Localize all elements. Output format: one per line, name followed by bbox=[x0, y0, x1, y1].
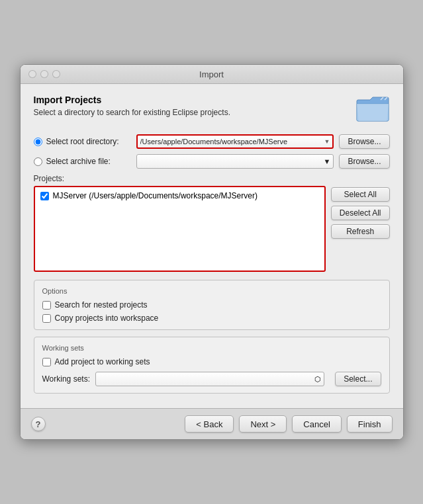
footer: ? < Back Next > Cancel Finish bbox=[21, 408, 403, 439]
projects-label: Projects: bbox=[34, 174, 390, 183]
projects-list[interactable]: MJServer (/Users/apple/Documents/workspa… bbox=[34, 186, 326, 272]
deselect-all-button[interactable]: Deselect All bbox=[331, 206, 390, 220]
project-checkbox[interactable] bbox=[40, 192, 49, 200]
window-title: Import bbox=[199, 69, 224, 79]
archive-arrow: ▼ bbox=[324, 157, 331, 165]
root-dir-row: Select root directory: /Users/apple/Docu… bbox=[34, 134, 390, 149]
add-working-sets-label: Add project to working sets bbox=[55, 357, 150, 366]
root-dir-radio-label[interactable]: Select root directory: bbox=[34, 137, 136, 146]
add-working-sets-checkbox[interactable] bbox=[42, 358, 51, 366]
archive-dropdown[interactable]: ▼ bbox=[136, 154, 334, 169]
maximize-button[interactable] bbox=[52, 70, 60, 78]
root-dir-radio[interactable] bbox=[34, 138, 42, 146]
archive-radio[interactable] bbox=[34, 157, 42, 166]
cancel-button[interactable]: Cancel bbox=[292, 415, 341, 433]
titlebar: Import bbox=[21, 65, 403, 84]
browse-root-button[interactable]: Browse... bbox=[339, 134, 389, 149]
projects-buttons: Select All Deselect All Refresh bbox=[331, 186, 390, 272]
working-sets-select-button[interactable]: Select... bbox=[335, 372, 381, 386]
nested-projects-row: Search for nested projects bbox=[42, 300, 381, 310]
copy-projects-checkbox[interactable] bbox=[42, 314, 51, 323]
browse-archive-button[interactable]: Browse... bbox=[339, 154, 389, 169]
root-dir-value: /Users/apple/Documents/workspace/MJServe bbox=[140, 138, 288, 146]
dropdown-arrow: ▼ bbox=[324, 138, 330, 145]
minimize-button[interactable] bbox=[40, 70, 48, 78]
working-sets-arrow: ⬡ bbox=[314, 375, 321, 384]
footer-left: ? bbox=[31, 417, 46, 431]
refresh-button[interactable]: Refresh bbox=[331, 224, 390, 239]
projects-section: MJServer (/Users/apple/Documents/workspa… bbox=[34, 186, 390, 272]
project-label: MJServer (/Users/apple/Documents/workspa… bbox=[53, 191, 258, 200]
help-button[interactable]: ? bbox=[31, 417, 46, 431]
header-section: Import Projects Select a directory to se… bbox=[34, 95, 390, 124]
import-dialog: Import Import Projects Select a director… bbox=[20, 64, 404, 440]
add-to-working-sets-row: Add project to working sets bbox=[42, 357, 381, 366]
nested-projects-label: Search for nested projects bbox=[55, 300, 148, 310]
working-sets-input-row: Working sets: ⬡ Select... bbox=[42, 372, 381, 386]
working-sets-field-label: Working sets: bbox=[42, 374, 90, 384]
traffic-lights bbox=[28, 70, 60, 78]
options-section: Options Search for nested projects Copy … bbox=[34, 280, 390, 330]
nested-projects-checkbox[interactable] bbox=[42, 301, 51, 310]
archive-radio-label[interactable]: Select archive file: bbox=[34, 157, 136, 166]
working-sets-dropdown[interactable]: ⬡ bbox=[95, 372, 324, 386]
project-item: MJServer (/Users/apple/Documents/workspa… bbox=[38, 190, 322, 202]
copy-projects-label: Copy projects into workspace bbox=[55, 314, 159, 323]
options-title: Options bbox=[42, 287, 381, 295]
root-dir-dropdown[interactable]: /Users/apple/Documents/workspace/MJServe… bbox=[136, 134, 334, 149]
header-text: Import Projects Select a directory to se… bbox=[34, 95, 230, 117]
next-button[interactable]: Next > bbox=[239, 415, 287, 433]
working-sets-section: Working sets Add project to working sets… bbox=[34, 337, 390, 394]
working-sets-title: Working sets bbox=[42, 344, 381, 352]
footer-buttons: < Back Next > Cancel Finish bbox=[185, 415, 392, 433]
dialog-content: Import Projects Select a directory to se… bbox=[21, 84, 403, 408]
close-button[interactable] bbox=[28, 70, 36, 78]
dialog-title: Import Projects bbox=[34, 95, 230, 105]
back-button[interactable]: < Back bbox=[185, 415, 234, 433]
finish-button[interactable]: Finish bbox=[347, 415, 393, 433]
copy-projects-row: Copy projects into workspace bbox=[42, 314, 381, 323]
archive-row: Select archive file: ▼ Browse... bbox=[34, 154, 390, 169]
dialog-subtitle: Select a directory to search for existin… bbox=[34, 108, 230, 117]
folder-icon bbox=[355, 95, 390, 124]
select-all-button[interactable]: Select All bbox=[331, 187, 390, 202]
